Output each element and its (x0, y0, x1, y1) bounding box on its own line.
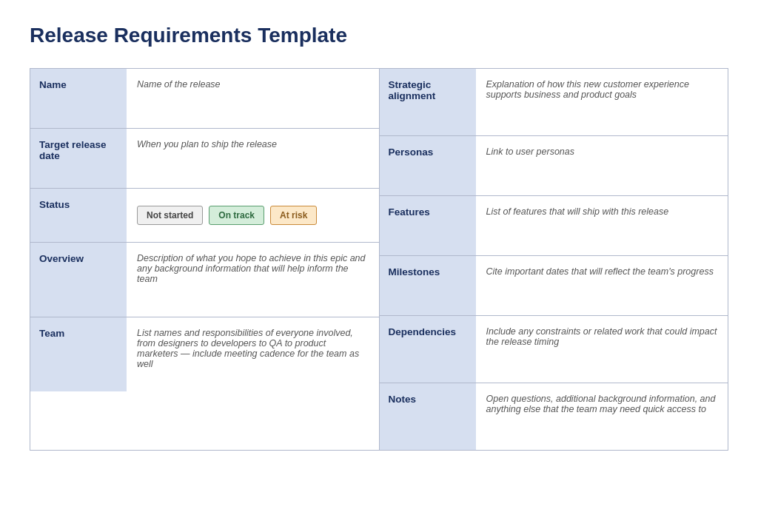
target-release-date-content: When you plan to ship the release (127, 129, 379, 188)
dependencies-label: Dependencies (380, 316, 476, 383)
name-content: Name of the release (127, 69, 379, 128)
name-label: Name (30, 69, 127, 128)
status-label: Status (30, 189, 127, 242)
right-column: Strategic alignment Explanation of how t… (380, 68, 729, 451)
personas-content: Link to user personas (476, 136, 728, 195)
target-release-date-label: Target release date (30, 129, 127, 188)
strategic-alignment-content: Explanation of how this new customer exp… (476, 69, 728, 135)
overview-label: Overview (30, 243, 127, 317)
notes-row: Notes Open questions, additional backgro… (380, 383, 728, 450)
status-content: Not started On track At risk (127, 189, 379, 242)
dependencies-content: Include any constraints or related work … (476, 316, 728, 383)
features-row: Features List of features that will ship… (380, 196, 728, 256)
overview-row: Overview Description of what you hope to… (30, 243, 379, 317)
milestones-content: Cite important dates that will reflect t… (476, 256, 728, 315)
features-content: List of features that will ship with thi… (476, 196, 728, 255)
target-release-date-row: Target release date When you plan to shi… (30, 129, 379, 189)
not-started-badge[interactable]: Not started (137, 206, 203, 225)
notes-content: Open questions, additional background in… (476, 383, 728, 450)
dependencies-row: Dependencies Include any constraints or … (380, 316, 728, 383)
notes-label: Notes (380, 383, 476, 450)
name-row: Name Name of the release (30, 69, 379, 129)
personas-row: Personas Link to user personas (380, 136, 728, 196)
template-grid: Name Name of the release Target release … (30, 68, 728, 451)
at-risk-badge[interactable]: At risk (270, 206, 317, 225)
milestones-row: Milestones Cite important dates that wil… (380, 256, 728, 316)
status-row: Status Not started On track At risk (30, 189, 379, 243)
team-content: List names and responsibilities of every… (127, 317, 379, 391)
features-label: Features (380, 196, 476, 255)
overview-content: Description of what you hope to achieve … (127, 243, 379, 317)
on-track-badge[interactable]: On track (209, 206, 264, 225)
strategic-alignment-label: Strategic alignment (380, 69, 476, 135)
team-row: Team List names and responsibilities of … (30, 317, 379, 391)
strategic-alignment-row: Strategic alignment Explanation of how t… (380, 69, 728, 136)
personas-label: Personas (380, 136, 476, 195)
left-column: Name Name of the release Target release … (30, 68, 380, 451)
team-label: Team (30, 317, 127, 391)
milestones-label: Milestones (380, 256, 476, 315)
page-title: Release Requirements Template (30, 24, 728, 47)
